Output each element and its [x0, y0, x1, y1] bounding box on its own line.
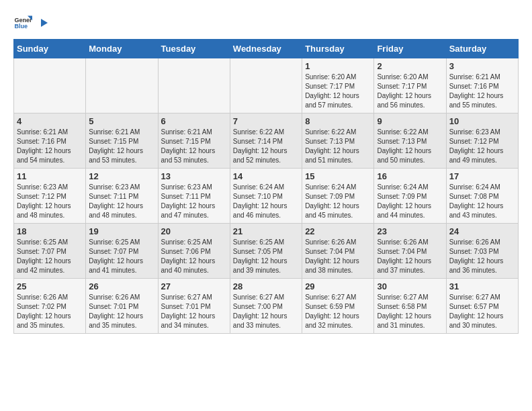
day-number: 31 [449, 281, 515, 291]
calendar-cell: 19Sunrise: 6:25 AM Sunset: 7:07 PM Dayli… [86, 224, 158, 279]
day-info: Sunrise: 6:24 AM Sunset: 7:08 PM Dayligh… [449, 183, 515, 220]
calendar-cell: 3Sunrise: 6:21 AM Sunset: 7:16 PM Daylig… [446, 58, 518, 113]
day-number: 11 [17, 171, 83, 181]
calendar-cell: 15Sunrise: 6:24 AM Sunset: 7:09 PM Dayli… [302, 169, 374, 224]
day-number: 21 [233, 226, 299, 236]
calendar-cell [158, 58, 230, 113]
header-day-saturday: Saturday [446, 40, 518, 58]
day-info: Sunrise: 6:24 AM Sunset: 7:09 PM Dayligh… [377, 183, 443, 220]
calendar-cell: 12Sunrise: 6:23 AM Sunset: 7:11 PM Dayli… [86, 169, 158, 224]
calendar-cell: 22Sunrise: 6:26 AM Sunset: 7:04 PM Dayli… [302, 224, 374, 279]
calendar-cell: 6Sunrise: 6:21 AM Sunset: 7:15 PM Daylig… [158, 113, 230, 169]
calendar-table: SundayMondayTuesdayWednesdayThursdayFrid… [13, 39, 519, 334]
day-info: Sunrise: 6:20 AM Sunset: 7:17 PM Dayligh… [305, 73, 371, 110]
day-info: Sunrise: 6:22 AM Sunset: 7:13 PM Dayligh… [305, 128, 371, 165]
logo-icon: General Blue [13, 13, 32, 32]
day-number: 19 [89, 226, 154, 236]
day-info: Sunrise: 6:21 AM Sunset: 7:16 PM Dayligh… [17, 128, 83, 165]
day-number: 13 [161, 171, 227, 181]
day-number: 29 [305, 281, 371, 291]
day-info: Sunrise: 6:26 AM Sunset: 7:04 PM Dayligh… [305, 238, 371, 275]
calendar-cell: 25Sunrise: 6:26 AM Sunset: 7:02 PM Dayli… [14, 279, 86, 334]
day-info: Sunrise: 6:25 AM Sunset: 7:07 PM Dayligh… [17, 238, 83, 275]
day-number: 9 [377, 116, 443, 126]
calendar-cell: 8Sunrise: 6:22 AM Sunset: 7:13 PM Daylig… [302, 113, 374, 169]
day-info: Sunrise: 6:25 AM Sunset: 7:07 PM Dayligh… [89, 238, 154, 275]
calendar-cell: 7Sunrise: 6:22 AM Sunset: 7:14 PM Daylig… [230, 113, 302, 169]
day-info: Sunrise: 6:24 AM Sunset: 7:09 PM Dayligh… [305, 183, 371, 220]
day-info: Sunrise: 6:27 AM Sunset: 6:57 PM Dayligh… [449, 293, 515, 330]
calendar-cell: 20Sunrise: 6:25 AM Sunset: 7:06 PM Dayli… [158, 224, 230, 279]
day-info: Sunrise: 6:21 AM Sunset: 7:15 PM Dayligh… [89, 128, 154, 165]
calendar-week-3: 11Sunrise: 6:23 AM Sunset: 7:12 PM Dayli… [14, 169, 519, 224]
day-number: 23 [377, 226, 443, 236]
svg-marker-3 [41, 19, 48, 27]
day-info: Sunrise: 6:27 AM Sunset: 6:58 PM Dayligh… [377, 293, 443, 330]
day-info: Sunrise: 6:22 AM Sunset: 7:13 PM Dayligh… [377, 128, 443, 165]
svg-text:Blue: Blue [14, 23, 28, 30]
header-row: SundayMondayTuesdayWednesdayThursdayFrid… [14, 40, 519, 58]
day-info: Sunrise: 6:26 AM Sunset: 7:02 PM Dayligh… [17, 293, 83, 330]
header-day-thursday: Thursday [302, 40, 374, 58]
day-number: 26 [89, 281, 154, 291]
calendar-cell: 4Sunrise: 6:21 AM Sunset: 7:16 PM Daylig… [14, 113, 86, 169]
header-day-wednesday: Wednesday [230, 40, 302, 58]
day-number: 12 [89, 171, 154, 181]
day-number: 18 [17, 226, 83, 236]
logo: General Blue [13, 13, 49, 32]
day-number: 15 [305, 171, 371, 181]
day-info: Sunrise: 6:25 AM Sunset: 7:06 PM Dayligh… [161, 238, 227, 275]
day-info: Sunrise: 6:23 AM Sunset: 7:12 PM Dayligh… [17, 183, 83, 220]
calendar-cell: 5Sunrise: 6:21 AM Sunset: 7:15 PM Daylig… [86, 113, 158, 169]
calendar-week-1: 1Sunrise: 6:20 AM Sunset: 7:17 PM Daylig… [14, 58, 519, 113]
day-number: 16 [377, 171, 443, 181]
calendar-week-4: 18Sunrise: 6:25 AM Sunset: 7:07 PM Dayli… [14, 224, 519, 279]
day-number: 10 [449, 116, 515, 126]
day-info: Sunrise: 6:21 AM Sunset: 7:16 PM Dayligh… [449, 73, 515, 110]
day-info: Sunrise: 6:25 AM Sunset: 7:05 PM Dayligh… [233, 238, 299, 275]
calendar-cell: 14Sunrise: 6:24 AM Sunset: 7:10 PM Dayli… [230, 169, 302, 224]
logo-arrow-icon [36, 17, 49, 28]
calendar-cell: 10Sunrise: 6:23 AM Sunset: 7:12 PM Dayli… [446, 113, 518, 169]
day-number: 25 [17, 281, 83, 291]
day-info: Sunrise: 6:21 AM Sunset: 7:15 PM Dayligh… [161, 128, 227, 165]
day-info: Sunrise: 6:24 AM Sunset: 7:10 PM Dayligh… [233, 183, 299, 220]
header-day-tuesday: Tuesday [158, 40, 230, 58]
day-info: Sunrise: 6:20 AM Sunset: 7:17 PM Dayligh… [377, 73, 443, 110]
day-number: 6 [161, 116, 227, 126]
day-number: 24 [449, 226, 515, 236]
calendar-cell [14, 58, 86, 113]
day-number: 2 [377, 61, 443, 71]
calendar-cell: 28Sunrise: 6:27 AM Sunset: 7:00 PM Dayli… [230, 279, 302, 334]
calendar-cell: 23Sunrise: 6:26 AM Sunset: 7:04 PM Dayli… [374, 224, 446, 279]
day-number: 3 [449, 61, 515, 71]
calendar-cell: 18Sunrise: 6:25 AM Sunset: 7:07 PM Dayli… [14, 224, 86, 279]
day-number: 27 [161, 281, 227, 291]
calendar-cell: 2Sunrise: 6:20 AM Sunset: 7:17 PM Daylig… [374, 58, 446, 113]
day-number: 8 [305, 116, 371, 126]
day-info: Sunrise: 6:23 AM Sunset: 7:11 PM Dayligh… [89, 183, 154, 220]
day-info: Sunrise: 6:27 AM Sunset: 7:00 PM Dayligh… [233, 293, 299, 330]
day-info: Sunrise: 6:27 AM Sunset: 7:01 PM Dayligh… [161, 293, 227, 330]
day-info: Sunrise: 6:26 AM Sunset: 7:01 PM Dayligh… [89, 293, 154, 330]
day-number: 1 [305, 61, 371, 71]
day-number: 4 [17, 116, 83, 126]
calendar-cell: 31Sunrise: 6:27 AM Sunset: 6:57 PM Dayli… [446, 279, 518, 334]
calendar-cell [230, 58, 302, 113]
day-number: 22 [305, 226, 371, 236]
header-day-monday: Monday [86, 40, 158, 58]
calendar-cell: 11Sunrise: 6:23 AM Sunset: 7:12 PM Dayli… [14, 169, 86, 224]
day-info: Sunrise: 6:26 AM Sunset: 7:03 PM Dayligh… [449, 238, 515, 275]
calendar-cell: 21Sunrise: 6:25 AM Sunset: 7:05 PM Dayli… [230, 224, 302, 279]
calendar-cell [86, 58, 158, 113]
day-number: 17 [449, 171, 515, 181]
calendar-cell: 24Sunrise: 6:26 AM Sunset: 7:03 PM Dayli… [446, 224, 518, 279]
header-day-sunday: Sunday [14, 40, 86, 58]
calendar-week-2: 4Sunrise: 6:21 AM Sunset: 7:16 PM Daylig… [14, 113, 519, 169]
calendar-cell: 17Sunrise: 6:24 AM Sunset: 7:08 PM Dayli… [446, 169, 518, 224]
day-info: Sunrise: 6:27 AM Sunset: 6:59 PM Dayligh… [305, 293, 371, 330]
calendar-week-5: 25Sunrise: 6:26 AM Sunset: 7:02 PM Dayli… [14, 279, 519, 334]
day-number: 5 [89, 116, 154, 126]
calendar-cell: 16Sunrise: 6:24 AM Sunset: 7:09 PM Dayli… [374, 169, 446, 224]
day-info: Sunrise: 6:22 AM Sunset: 7:14 PM Dayligh… [233, 128, 299, 165]
